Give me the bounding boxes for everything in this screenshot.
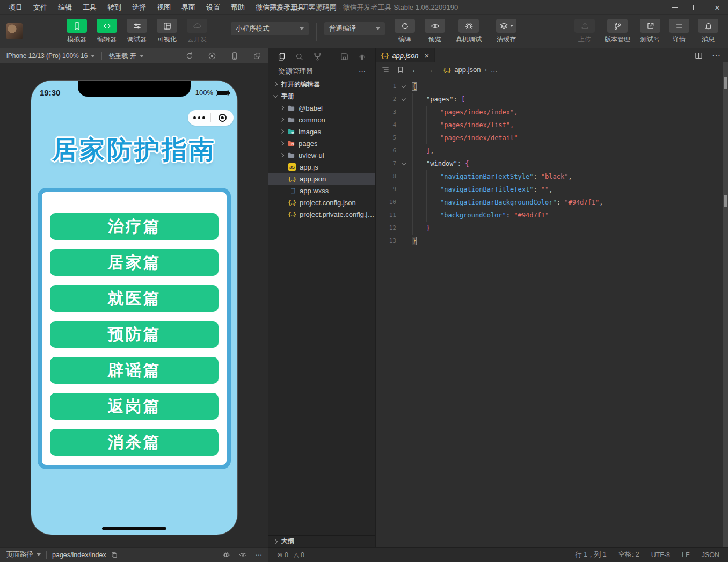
mode-buttons: 模拟器编辑器调试器可视化云开发 [64, 19, 209, 44]
copy-icon[interactable] [111, 551, 118, 559]
status-segment[interactable]: 空格: 2 [618, 550, 639, 559]
menu-item[interactable]: 编辑 [53, 0, 77, 15]
code-token: "navigationBarTitleText" [440, 186, 533, 193]
line-number: 8 [376, 170, 398, 183]
search-icon[interactable] [295, 52, 304, 61]
menu-item[interactable]: 文件 [28, 0, 53, 15]
menu-item[interactable]: 项目 [3, 0, 28, 15]
status-segment[interactable]: UTF-8 [651, 551, 670, 559]
explorer-header: 资源管理器 ⋯ [268, 64, 375, 78]
compile-dropdown[interactable]: 普通编译 [324, 22, 385, 35]
more-icon[interactable]: ⋯ [256, 551, 263, 559]
code-token: , [514, 108, 518, 116]
layout-mode-button[interactable]: 可视化 [155, 19, 179, 44]
upload-button: 上传 [572, 19, 597, 44]
outline-list-icon[interactable] [381, 65, 390, 74]
fold-toggle-icon[interactable] [398, 93, 412, 106]
problems-status[interactable]: ⊗ 0 △ 0 [268, 547, 376, 562]
teapot-icon[interactable] [358, 52, 367, 61]
tree-item-wxss[interactable]: app.wxss [268, 185, 375, 196]
tree-item-js[interactable]: JSapp.js [268, 161, 375, 173]
phone-icon[interactable] [230, 52, 239, 60]
fold-toggle-icon[interactable] [398, 80, 412, 93]
editor-scrollbar[interactable] [723, 62, 728, 547]
section-open-editors[interactable]: 打开的编辑器 [268, 78, 375, 90]
split-editor-icon[interactable] [694, 50, 703, 61]
code-editor[interactable]: 1{2"pages": [3"pages/index/index",4"page… [376, 77, 728, 547]
bug-icon[interactable] [222, 551, 230, 559]
tree-item-folder-pages[interactable]: pages [268, 137, 375, 149]
menu-item[interactable]: 设置 [201, 0, 225, 15]
menu-item[interactable]: 工具 [77, 0, 102, 15]
record-icon[interactable] [208, 52, 216, 60]
layers-icon [499, 21, 508, 31]
menu-button[interactable]: 预防篇 [50, 321, 219, 348]
debug-icon [133, 21, 142, 31]
more-icon[interactable]: ⋯ [359, 68, 366, 76]
status-segment[interactable]: LF [682, 551, 690, 559]
menu-button[interactable]: 消杀篇 [50, 429, 219, 456]
capsule-home-button[interactable] [211, 114, 234, 122]
menu-button[interactable]: 居家篇 [50, 249, 219, 276]
more-dots-button[interactable] [188, 116, 210, 119]
section-project-root[interactable]: 手册 [268, 90, 375, 102]
tab-close-icon[interactable]: × [425, 51, 429, 60]
maximize-button[interactable] [685, 0, 707, 15]
breadcrumb-more[interactable]: … [491, 65, 498, 74]
fold-gutter [398, 196, 412, 209]
close-button[interactable]: × [707, 0, 728, 15]
minimize-button[interactable] [664, 0, 685, 15]
save-icon[interactable] [340, 52, 349, 61]
refresh-action-button[interactable]: 编译 [392, 19, 417, 44]
menu-item[interactable]: 帮助 [225, 0, 250, 15]
tree-item-folder[interactable]: uview-ui [268, 149, 375, 161]
more-icon[interactable]: ⋯ [712, 50, 720, 61]
branch-button[interactable]: 版本管理 [601, 19, 634, 44]
tree-item-folder[interactable]: @babel [268, 102, 375, 114]
list-button[interactable]: 详情 [667, 19, 691, 44]
device-selector[interactable]: iPhone 12/13 (Pro) 100% 16 [6, 52, 95, 60]
user-avatar[interactable] [6, 23, 23, 39]
debug-mode-button[interactable]: 调试器 [125, 19, 149, 44]
bell-button[interactable]: 消息 [696, 19, 720, 44]
bookmark-icon[interactable] [396, 65, 405, 74]
menu-item[interactable]: 界面 [176, 0, 201, 15]
breadcrumb-file[interactable]: app.json [454, 65, 481, 74]
menu-button[interactable]: 治疗篇 [50, 213, 219, 240]
eye-action-button[interactable]: 预览 [423, 19, 447, 44]
eye-icon[interactable] [239, 551, 247, 559]
status-segment[interactable]: 行 1，列 1 [575, 550, 606, 559]
outline-section[interactable]: 大纲 [268, 535, 375, 547]
gitfork-icon[interactable] [313, 52, 322, 61]
code-line-content: "navigationBarTitleText": "", [412, 183, 553, 196]
layers-action-button[interactable]: 清缓存 [490, 19, 522, 44]
external-button[interactable]: 测试号 [638, 19, 663, 44]
code-token: , [599, 199, 603, 206]
tree-item-json[interactable]: {..}project.config.json [268, 196, 375, 208]
windows-icon[interactable] [253, 52, 261, 60]
menu-button[interactable]: 就医篇 [50, 285, 219, 312]
menu-button[interactable]: 辟谣篇 [50, 357, 219, 384]
menu-item[interactable]: 选择 [127, 0, 151, 15]
tab-app-json[interactable]: {..} app.json × [376, 48, 435, 62]
menu-item[interactable]: 转到 [102, 0, 127, 15]
menu-button[interactable]: 返岗篇 [50, 393, 219, 420]
files-icon[interactable] [277, 52, 286, 61]
fold-toggle-icon[interactable] [398, 157, 412, 170]
mode-dropdown[interactable]: 小程序模式 [231, 22, 309, 35]
phone-screen[interactable]: 19:30 100% 居家防护指南 治疗篇居家篇就医篇预防篇辟谣篇返岗篇消杀篇 [31, 81, 237, 535]
status-segment[interactable]: JSON [702, 551, 719, 559]
bug-action-button[interactable]: 真机调试 [453, 19, 485, 44]
page-path-dropdown[interactable]: 页面路径 [6, 550, 41, 559]
menu-item[interactable]: 视图 [151, 0, 176, 15]
tree-item-folder-image[interactable]: images [268, 126, 375, 137]
phone-mode-button[interactable]: 模拟器 [64, 19, 89, 44]
tree-item-json[interactable]: {..}project.private.config.js... [268, 208, 375, 220]
hot-reload-toggle[interactable]: 热重载 开 [108, 52, 143, 61]
tree-item-folder[interactable]: common [268, 114, 375, 126]
navigate-back-icon[interactable]: ← [411, 65, 419, 74]
tree-item-json[interactable]: {..}app.json [268, 173, 375, 185]
code-mode-button[interactable]: 编辑器 [94, 19, 119, 44]
navigate-forward-icon[interactable]: → [426, 65, 434, 74]
rotate-icon[interactable] [185, 52, 194, 60]
